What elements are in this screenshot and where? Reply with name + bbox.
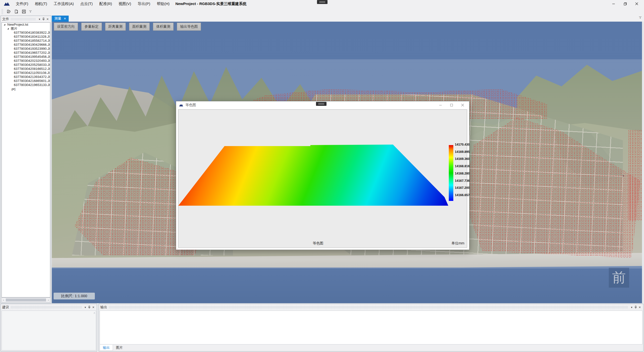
dialog-close-button[interactable] bbox=[457, 101, 468, 109]
output-content bbox=[100, 311, 642, 344]
measure-toolbar: 设置前方向 参量标定 距离量测 面积量测 体积量测 输出等色图 bbox=[54, 23, 201, 31]
suggestions-content: ∧ bbox=[2, 311, 96, 350]
parameter-calibration-button[interactable]: 参量标定 bbox=[81, 23, 102, 31]
tree-node-image[interactable]: 637780304202320493.JI bbox=[2, 59, 50, 63]
tree-node-image[interactable]: 637780304183411328.JI bbox=[2, 35, 50, 39]
scrollbar-thumb[interactable] bbox=[6, 298, 46, 301]
save-icon[interactable] bbox=[21, 8, 27, 15]
app-logo-icon bbox=[4, 2, 10, 6]
tree-node-image[interactable]: 637780304211050108.JI bbox=[2, 71, 50, 75]
menu-export[interactable]: 导出(P) bbox=[134, 0, 153, 8]
legend-tick: 14169.360 bbox=[455, 157, 476, 161]
legend-tick: 14170.430 bbox=[455, 143, 476, 146]
legend-tick: 14169.895 bbox=[455, 150, 476, 154]
tab-close-icon[interactable]: ✕ bbox=[64, 17, 66, 20]
quick-access-toolbar: ▾ bbox=[0, 8, 644, 16]
open-project-icon[interactable] bbox=[6, 8, 12, 15]
output-panel-grip bbox=[109, 306, 628, 309]
export-colormap-button[interactable]: 输出等色图 bbox=[177, 23, 201, 31]
menu-pointcloud[interactable]: 点云(T) bbox=[77, 0, 96, 8]
tree-node-image[interactable]: 637780304190429666.JI bbox=[2, 43, 50, 47]
file-tree[interactable]: NewProject.lst 图片 637780304180383922.JI … bbox=[2, 22, 50, 297]
panel-pin-icon[interactable] bbox=[634, 305, 638, 309]
colormap-legend-bar bbox=[449, 145, 453, 201]
menu-workflow[interactable]: 工作流程(A) bbox=[50, 0, 77, 8]
panel-pin-icon[interactable] bbox=[42, 17, 46, 21]
tab-measure[interactable]: 测量 ✕ bbox=[52, 16, 69, 22]
tree-node-image[interactable]: 637780304196577202.JI bbox=[2, 51, 50, 55]
tree-node-image[interactable]: 637780304216865601.JI bbox=[2, 79, 50, 83]
colormap-footer-label: 等色图 bbox=[304, 241, 332, 246]
minimize-button[interactable] bbox=[608, 0, 619, 8]
distance-measure-button[interactable]: 距离量测 bbox=[105, 23, 126, 31]
window-title: NewProject - RGB3DS-实景三维重建系统 bbox=[175, 2, 247, 6]
output-bottom-tabs: 输出 图片 bbox=[100, 345, 642, 351]
colormap-unit-label: 单位mm bbox=[452, 241, 464, 246]
menu-camera[interactable]: 相机(T) bbox=[31, 0, 50, 8]
panel-close-icon[interactable]: ✕ bbox=[638, 305, 642, 309]
legend-tick: 14168.816 bbox=[455, 165, 476, 168]
menu-help[interactable]: 帮助(H) bbox=[153, 0, 173, 8]
tree-node-prj[interactable]: .prj bbox=[2, 87, 50, 91]
output-panel-header[interactable]: 输出 ▾ ✕ bbox=[99, 304, 643, 311]
colormap-canvas: 14170.430 14169.895 14169.360 14168.816 … bbox=[178, 109, 467, 248]
scroll-right-icon[interactable]: › bbox=[47, 298, 50, 302]
tree-node-root[interactable]: NewProject.lst bbox=[2, 23, 50, 27]
colormap-legend-ticks: 14170.430 14169.895 14169.360 14168.816 … bbox=[455, 143, 476, 197]
tree-node-image[interactable]: 637780304185582714.JI bbox=[2, 39, 50, 43]
suggestions-panel-grip bbox=[11, 306, 82, 309]
toolbar-overflow-icon[interactable]: ▾ bbox=[29, 11, 32, 13]
area-measure-button[interactable]: 面积量测 bbox=[129, 23, 150, 31]
tab-pictures[interactable]: 图片 bbox=[113, 345, 126, 351]
scale-indicator: 比例尺: 1:1.000 bbox=[54, 293, 95, 299]
scroll-left-icon[interactable]: ‹ bbox=[2, 298, 5, 302]
output-panel: 输出 ▾ ✕ 输出 图片 bbox=[99, 304, 643, 351]
menu-file[interactable]: 文件(F) bbox=[13, 0, 31, 8]
close-button[interactable] bbox=[631, 0, 642, 8]
set-front-direction-button[interactable]: 设置前方向 bbox=[54, 23, 78, 31]
tree-node-image[interactable]: 637780304199545456.JI bbox=[2, 55, 50, 59]
suggestions-panel-header[interactable]: 建议 ▾ ✕ bbox=[1, 304, 97, 311]
restore-button[interactable] bbox=[619, 0, 631, 8]
measure-toolbar-overflow-icon[interactable]: ▾ bbox=[639, 17, 641, 19]
files-panel-header[interactable]: 文件 ▾ ✕ bbox=[1, 16, 51, 22]
panel-pin-icon[interactable] bbox=[87, 305, 91, 309]
toolbar-drag-grip[interactable] bbox=[2, 9, 3, 14]
tree-node-image[interactable]: 637780304219653133.JI bbox=[2, 83, 50, 87]
floating-toolbar-handle[interactable] bbox=[317, 0, 328, 4]
panel-close-icon[interactable]: ✕ bbox=[91, 305, 95, 309]
files-panel-grip bbox=[11, 18, 36, 20]
dialog-controls bbox=[435, 101, 468, 109]
document-tab-strip: 测量 ✕ bbox=[52, 16, 644, 22]
tree-node-image[interactable]: 637780304193523990.JI bbox=[2, 47, 50, 51]
files-panel: 文件 ▾ ✕ NewProject.lst 图片 637780304180383… bbox=[1, 16, 51, 303]
panel-dropdown-icon[interactable]: ▾ bbox=[630, 305, 634, 309]
legend-tick: 14167.736 bbox=[455, 179, 476, 183]
tree-node-image[interactable]: 637780304208166512.JI bbox=[2, 67, 50, 71]
viewport-scrollbar[interactable] bbox=[642, 22, 644, 303]
menu-registration[interactable]: 配准(R) bbox=[96, 0, 115, 8]
scroll-up-icon[interactable]: ∧ bbox=[93, 311, 95, 315]
volume-measure-button[interactable]: 体积量测 bbox=[153, 23, 174, 31]
tree-node-image[interactable]: 637780304180383922.JI bbox=[2, 31, 50, 35]
tree-node-image[interactable]: 637780304213934372.JI bbox=[2, 75, 50, 79]
legend-tick: 14166.657 bbox=[455, 194, 476, 197]
tree-node-image[interactable]: 637780304205258033.JI bbox=[2, 63, 50, 67]
panel-dropdown-icon[interactable]: ▾ bbox=[37, 17, 42, 21]
panel-dropdown-icon[interactable]: ▾ bbox=[83, 305, 87, 309]
dialog-maximize-button[interactable] bbox=[446, 101, 457, 109]
menu-view[interactable]: 视图(V) bbox=[115, 0, 134, 8]
terrain-water bbox=[52, 268, 644, 303]
tree-node-images-group[interactable]: 图片 bbox=[2, 27, 50, 31]
colormap-dialog[interactable]: 等色图 14170.430 14169.895 14169.360 14168.… bbox=[176, 101, 469, 250]
legend-tick: 14167.200 bbox=[455, 186, 476, 190]
tab-measure-label: 测量 bbox=[54, 16, 61, 21]
new-file-icon[interactable] bbox=[13, 8, 20, 15]
floating-toolbar-handle[interactable] bbox=[316, 102, 327, 106]
tab-output[interactable]: 输出 bbox=[100, 345, 113, 351]
suggestions-panel: 建议 ▾ ✕ ∧ bbox=[1, 304, 97, 351]
dialog-minimize-button[interactable] bbox=[435, 101, 446, 109]
colormap-surface bbox=[178, 145, 448, 206]
file-tree-horizontal-scrollbar[interactable]: ‹ › bbox=[2, 297, 50, 302]
panel-close-icon[interactable]: ✕ bbox=[46, 17, 50, 21]
